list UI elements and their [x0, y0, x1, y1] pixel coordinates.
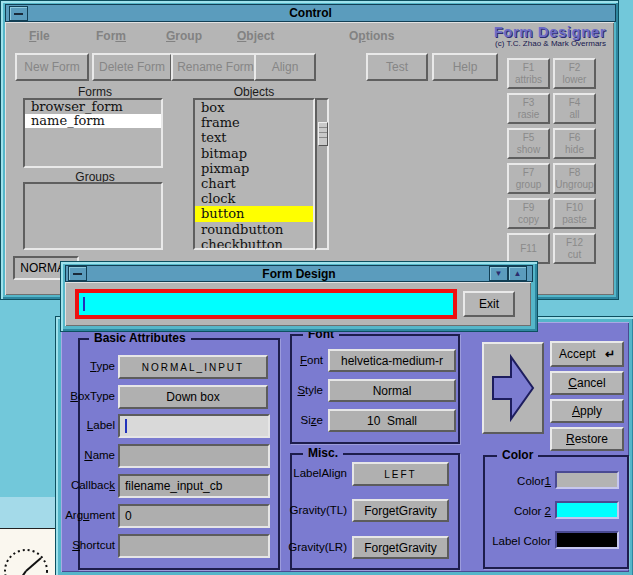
fkey-action: Ungroup: [555, 179, 593, 191]
fkey-action: rasie: [518, 109, 540, 121]
text-cursor: [83, 297, 85, 311]
desktop-patch: [0, 497, 55, 528]
callback-label: Callback: [59, 479, 115, 491]
label-input[interactable]: [118, 414, 270, 438]
objects-list-item[interactable]: frame: [195, 115, 313, 130]
objects-list-item[interactable]: box: [195, 100, 313, 115]
function-key-button[interactable]: F2 lower: [553, 58, 596, 89]
groups-list[interactable]: [23, 182, 163, 250]
function-key-button[interactable]: F12 cut: [553, 233, 596, 264]
function-key-button[interactable]: F5 show: [507, 128, 550, 159]
gravity-tl-value-button[interactable]: ForgetGravity: [352, 499, 449, 522]
shade-up-button[interactable]: ▲: [508, 266, 527, 281]
fkey-action: show: [517, 144, 540, 156]
font-value-button[interactable]: helvetica-medium-r: [328, 349, 456, 372]
color2-swatch[interactable]: [555, 501, 619, 519]
menu-object[interactable]: Object: [237, 29, 274, 43]
logo-title: Form Designer: [494, 24, 606, 40]
objects-list-item[interactable]: roundbutton: [195, 222, 313, 237]
exit-button[interactable]: Exit: [463, 291, 515, 317]
function-key-button[interactable]: F10 paste: [553, 198, 596, 229]
function-key-button[interactable]: F6 hide: [553, 128, 596, 159]
menu-form[interactable]: Form: [96, 29, 126, 43]
fkey-number: F8: [569, 167, 581, 179]
objects-list-item[interactable]: chart: [195, 176, 313, 191]
fkey-number: F7: [523, 167, 535, 179]
rename-form-button[interactable]: Rename Form: [171, 53, 260, 81]
objects-label: Objects: [193, 85, 315, 99]
help-button[interactable]: Help: [432, 53, 498, 81]
menu-group[interactable]: Group: [166, 29, 202, 43]
test-button[interactable]: Test: [366, 53, 428, 81]
function-key-button[interactable]: F9 copy: [507, 198, 550, 229]
form-design-window: Form Design ▼ ▲ Exit: [60, 261, 538, 332]
objects-list[interactable]: boxframetextbitmappixmapchartclockbutton…: [193, 98, 315, 250]
label-color-swatch[interactable]: [555, 531, 619, 549]
menu-options[interactable]: Options: [349, 29, 394, 43]
name-input[interactable]: [118, 444, 270, 468]
function-key-button[interactable]: F1 attribs: [507, 58, 550, 89]
control-titlebar[interactable]: Control: [5, 4, 616, 22]
objects-list-item[interactable]: checkbutton: [195, 237, 313, 250]
style-value-button[interactable]: Normal: [328, 379, 456, 402]
color1-swatch[interactable]: [555, 471, 619, 489]
objects-list-item[interactable]: clock: [195, 191, 313, 206]
misc-frame-title: Misc.: [303, 446, 343, 460]
next-arrow-button[interactable]: [482, 342, 544, 434]
restore-button[interactable]: Restore: [550, 427, 624, 451]
callback-input[interactable]: filename_input_cb: [118, 474, 270, 498]
type-label: Type: [59, 360, 115, 372]
style-label: Style: [277, 384, 323, 396]
argument-label: Argument: [59, 509, 115, 521]
objects-list-item[interactable]: bitmap: [195, 146, 313, 161]
delete-form-button[interactable]: Delete Form: [92, 53, 172, 81]
control-content: File Form Group Object Options Form Desi…: [5, 22, 614, 295]
shortcut-label: Shortcut: [59, 539, 115, 551]
fkey-action: group: [516, 179, 542, 191]
form-design-titlebar[interactable]: Form Design ▼ ▲: [65, 265, 533, 282]
cancel-button[interactable]: Cancel: [550, 371, 624, 395]
fkey-number: F12: [566, 237, 583, 249]
function-key-button[interactable]: F7 group: [507, 163, 550, 194]
app-logo: Form Designer (c) T.C. Zhao & Mark Overm…: [494, 24, 606, 48]
name-label: Name: [59, 449, 115, 461]
new-form-button[interactable]: New Form: [15, 53, 89, 81]
minimize-button[interactable]: [9, 6, 28, 21]
argument-input[interactable]: 0: [118, 504, 270, 528]
shade-down-button[interactable]: ▼: [489, 266, 508, 281]
filename-input[interactable]: [75, 289, 457, 319]
labelalign-value-button[interactable]: LEFT: [352, 462, 449, 486]
shortcut-input[interactable]: [118, 534, 270, 558]
fkey-number: F5: [523, 132, 535, 144]
menu-file[interactable]: File: [29, 29, 50, 43]
objects-list-item[interactable]: text: [195, 130, 313, 145]
argument-input-value: 0: [125, 509, 132, 523]
objects-list-item[interactable]: button: [195, 206, 313, 221]
function-key-button[interactable]: F11: [507, 233, 550, 264]
fkey-number: F3: [523, 97, 535, 109]
align-button[interactable]: Align: [254, 53, 316, 81]
function-key-button[interactable]: F8 Ungroup: [553, 163, 596, 194]
window-title: Control: [289, 6, 332, 20]
forms-list-item[interactable]: name_form: [25, 114, 161, 128]
function-key-button[interactable]: F3 rasie: [507, 93, 550, 124]
forms-list[interactable]: browser_formname_form: [23, 98, 163, 168]
color2-label: Color 2: [463, 505, 551, 517]
objects-scrollbar[interactable]: [315, 98, 329, 250]
scrollbar-thumb[interactable]: [318, 122, 328, 146]
minimize-button[interactable]: [68, 266, 87, 281]
minimize-icon: [73, 273, 82, 275]
apply-button[interactable]: Apply: [550, 399, 624, 423]
objects-list-item[interactable]: pixmap: [195, 161, 313, 176]
type-value-button[interactable]: NORMAL_INPUT: [118, 355, 268, 379]
size-value-button[interactable]: 10 Small: [328, 409, 456, 432]
gravity-lr-value-button[interactable]: ForgetGravity: [352, 536, 449, 559]
fkey-action: cut: [568, 249, 581, 261]
fkey-action: paste: [562, 214, 586, 226]
boxtype-value-button[interactable]: Down box: [118, 385, 268, 409]
function-key-button[interactable]: F4 all: [553, 93, 596, 124]
right-arrow-icon: [489, 349, 537, 427]
forms-list-item[interactable]: browser_form: [25, 100, 161, 114]
accept-button[interactable]: Accept ↵: [550, 341, 624, 367]
basic-attributes-title: Basic Attributes: [89, 331, 191, 345]
